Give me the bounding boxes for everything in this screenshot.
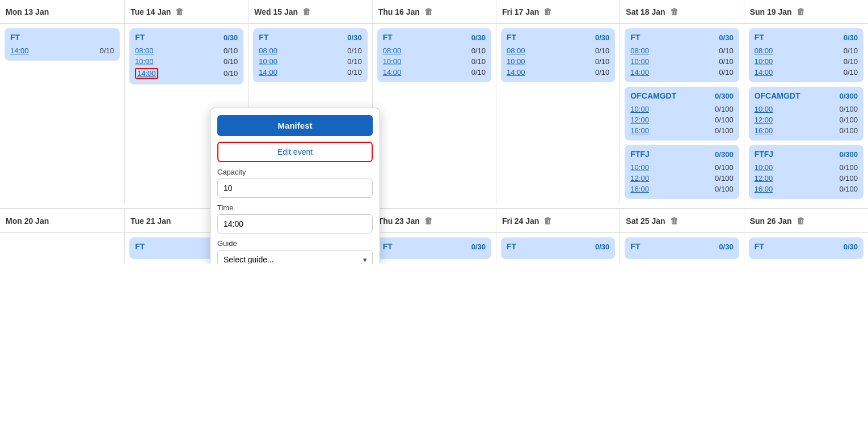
- trash-icon-fri17[interactable]: 🗑: [543, 7, 552, 16]
- event-card-ft-sun19[interactable]: FT 0/30 08:00 0/10 10:00 0/10 14:00 0/10: [749, 28, 863, 82]
- event-card-ft-mon13[interactable]: FT 14:00 0/10: [5, 28, 120, 61]
- event-time-0800-wed15[interactable]: 08:00: [259, 46, 277, 55]
- day-col-mon13: Mon 13 Jan FT 14:00 0/10: [0, 0, 125, 203]
- event-time-0800-tue14[interactable]: 08:00: [135, 46, 154, 55]
- event-time-1400-sun19[interactable]: 14:00: [755, 68, 773, 77]
- event-time-1400-tue14[interactable]: 14:00: [135, 68, 158, 79]
- event-capacity-ft-fri24: 0/30: [595, 243, 609, 251]
- event-time-1000-sat18[interactable]: 10:00: [630, 57, 649, 66]
- event-title-ft-sun19: FT: [755, 33, 764, 42]
- event-card-ft-thu16[interactable]: FT 0/30 08:00 0/10 10:00 0/10 14:00 0/10: [377, 28, 491, 82]
- event-card-ft-wed15[interactable]: FT 0/30 08:00 0/10 10:00 0/10 14:00 0/10: [253, 28, 367, 82]
- capacity-input[interactable]: [217, 179, 373, 198]
- trash-icon-sat18[interactable]: 🗑: [670, 7, 679, 16]
- event-time-1400-sat18[interactable]: 14:00: [630, 68, 649, 77]
- day-col-sat18: Sat 18 Jan 🗑 FT 0/30 08:00 0/10 10:00 0/…: [620, 0, 744, 203]
- event-slots-0800-sat18: 0/10: [719, 46, 733, 55]
- event-time-0800-sat18[interactable]: 08:00: [630, 46, 649, 55]
- event-card-ftfj-sun19[interactable]: FTFJ 0/300 10:00 0/100 12:00 0/100 16:00…: [749, 145, 863, 199]
- event-time-1000-tue14[interactable]: 10:00: [135, 57, 154, 66]
- event-card-ft-sun26[interactable]: FT 0/30: [749, 237, 863, 259]
- day-col-fri17: Fri 17 Jan 🗑 FT 0/30 08:00 0/10 10:00 0/…: [496, 0, 620, 203]
- day-label-fri17: Fri 17 Jan: [502, 7, 539, 16]
- event-card-ft-fri24[interactable]: FT 0/30: [501, 237, 615, 259]
- trash-icon-tue14[interactable]: 🗑: [175, 7, 184, 16]
- event-time-1000-ofcamgdt-sat18[interactable]: 10:00: [630, 105, 649, 113]
- edit-event-button[interactable]: Edit event: [217, 142, 373, 162]
- day-label-mon20: Mon 20 Jan: [6, 216, 49, 226]
- event-time-1600-ofcamgdt-sun19[interactable]: 16:00: [755, 126, 773, 135]
- event-slots-1000-sat18: 0/10: [719, 57, 733, 66]
- event-time-1000-fri17[interactable]: 10:00: [507, 57, 525, 66]
- event-time-1200-ofcamgdt-sat18[interactable]: 12:00: [630, 116, 649, 124]
- event-card-ft-sat25[interactable]: FT 0/30: [625, 237, 739, 259]
- event-capacity-ofcamgdt-sun19: 0/300: [839, 92, 858, 100]
- event-card-ofcamgdt-sun19[interactable]: OFCAMGDT 0/300 10:00 0/100 12:00 0/100 1…: [749, 87, 863, 141]
- day-header-mon13: Mon 13 Jan: [0, 0, 124, 24]
- event-time-1600-ftfj-sat18[interactable]: 16:00: [630, 185, 649, 193]
- event-capacity-ft-sun26: 0/30: [844, 243, 858, 251]
- event-title-ft-thu23: FT: [383, 242, 393, 251]
- event-time-0800-sun19[interactable]: 08:00: [755, 46, 773, 55]
- event-slots-1000-sun19: 0/10: [844, 57, 858, 66]
- event-time-1200-ftfj-sun19[interactable]: 12:00: [755, 174, 773, 182]
- day-header-tue14: Tue 14 Jan 🗑: [125, 0, 248, 24]
- event-slots-0800-thu16: 0/10: [471, 46, 486, 55]
- time-input[interactable]: [217, 214, 373, 233]
- trash-icon-fri24[interactable]: 🗑: [543, 216, 552, 226]
- day-label-thu16: Thu 16 Jan: [378, 7, 420, 16]
- event-time-0800-thu16[interactable]: 08:00: [383, 46, 402, 55]
- event-time-1400-fri17[interactable]: 14:00: [507, 68, 525, 77]
- day-header-mon20: Mon 20 Jan: [0, 209, 124, 233]
- event-time-1000-sun19[interactable]: 10:00: [755, 57, 773, 66]
- day-label-sun19: Sun 19 Jan: [750, 7, 792, 16]
- event-title-ft-sat18: FT: [630, 33, 640, 42]
- trash-icon-sun19[interactable]: 🗑: [797, 7, 805, 16]
- event-card-ft-tue14[interactable]: FT 0/30 08:00 0/10 10:00 0/10 14:00 0/10: [129, 28, 243, 84]
- event-card-ft-thu23[interactable]: FT 0/30: [377, 237, 491, 259]
- trash-icon-thu16[interactable]: 🗑: [424, 7, 433, 16]
- event-time-1600-ftfj-sun19[interactable]: 16:00: [755, 185, 773, 193]
- event-slots-1600-ofcamgdt-sun19: 0/100: [839, 126, 858, 135]
- event-slots-0800-fri17: 0/10: [595, 46, 609, 55]
- event-time-1000-ftfj-sun19[interactable]: 10:00: [755, 163, 773, 172]
- day-header-wed15: Wed 15 Jan 🗑: [248, 0, 372, 24]
- event-time-0800-fri17[interactable]: 08:00: [507, 46, 525, 55]
- event-slots-1000-tue14: 0/10: [224, 57, 238, 66]
- day-label-tue14: Tue 14 Jan: [130, 7, 171, 16]
- trash-icon-thu23[interactable]: 🗑: [424, 216, 433, 226]
- event-title-ft-thu16: FT: [383, 33, 393, 42]
- event-title-ofcamgdt-sun19: OFCAMGDT: [755, 91, 800, 100]
- event-slots-0800-tue14: 0/10: [224, 46, 238, 55]
- event-card-ofcamgdt-sat18[interactable]: OFCAMGDT 0/300 10:00 0/100 12:00 0/100 1…: [625, 87, 739, 141]
- event-time-1600-ofcamgdt-sat18[interactable]: 16:00: [630, 126, 649, 135]
- event-capacity-ft-tue14: 0/30: [224, 33, 238, 42]
- event-time-1000-thu16[interactable]: 10:00: [383, 57, 402, 66]
- day-label-thu23: Thu 23 Jan: [378, 216, 420, 226]
- event-time-1400-thu16[interactable]: 14:00: [383, 68, 402, 77]
- event-time-1000-ofcamgdt-sun19[interactable]: 10:00: [755, 105, 773, 113]
- capacity-label: Capacity: [217, 168, 373, 176]
- day-col-thu23: Thu 23 Jan 🗑 FT 0/30: [373, 209, 496, 264]
- guide-select[interactable]: Select guide...: [217, 250, 373, 264]
- event-card-ft-sat18[interactable]: FT 0/30 08:00 0/10 10:00 0/10 14:00 0/10: [625, 28, 739, 82]
- time-label: Time: [217, 203, 373, 212]
- trash-icon-wed15[interactable]: 🗑: [302, 7, 311, 16]
- trash-icon-sat25[interactable]: 🗑: [670, 216, 679, 226]
- event-card-ft-fri17[interactable]: FT 0/30 08:00 0/10 10:00 0/10 14:00 0/10: [501, 28, 615, 82]
- event-time-1200-ftfj-sat18[interactable]: 12:00: [630, 174, 649, 182]
- event-time-1400-wed15[interactable]: 14:00: [259, 68, 277, 77]
- event-capacity-ft-wed15: 0/30: [347, 33, 361, 42]
- event-time-1000-ftfj-sat18[interactable]: 10:00: [630, 163, 649, 172]
- manifest-button[interactable]: Manifest: [217, 115, 373, 136]
- day-col-thu16: Thu 16 Jan 🗑 FT 0/30 08:00 0/10 10:00 0/…: [373, 0, 496, 203]
- event-time-1000-wed15[interactable]: 10:00: [259, 57, 277, 66]
- edit-event-popup: Manifest Edit event Capacity Time Guide …: [210, 108, 380, 264]
- trash-icon-sun26[interactable]: 🗑: [797, 216, 805, 226]
- event-title-ft-mon13: FT: [10, 33, 20, 42]
- event-time-1200-ofcamgdt-sun19[interactable]: 12:00: [755, 116, 773, 124]
- event-card-ftfj-sat18[interactable]: FTFJ 0/300 10:00 0/100 12:00 0/100 16:00…: [625, 145, 739, 199]
- event-title-ft-fri17: FT: [507, 33, 516, 42]
- event-capacity-ft-sat25: 0/30: [719, 243, 733, 251]
- event-time-1400-mon13[interactable]: 14:00: [10, 46, 29, 55]
